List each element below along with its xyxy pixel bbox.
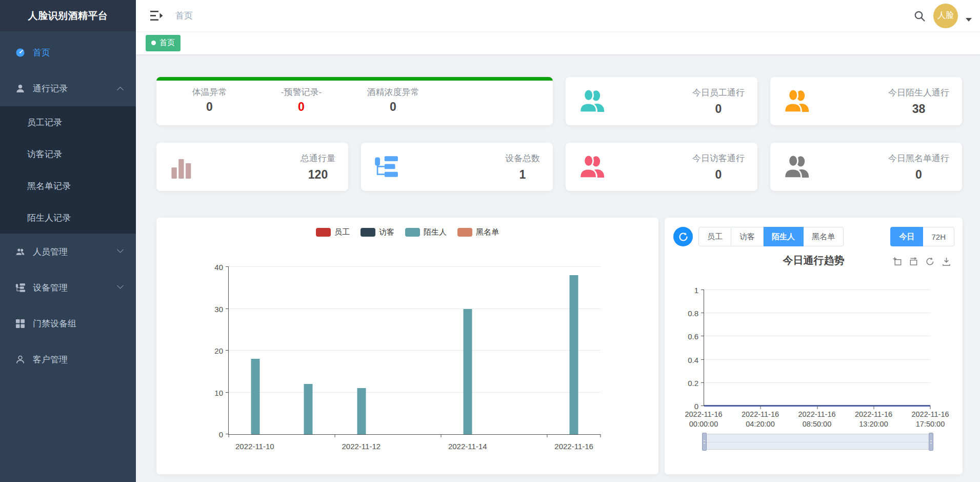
bar-2022-11-11 bbox=[304, 384, 313, 434]
tags-view: 首页 bbox=[136, 31, 980, 55]
card-device-total: 设备总数 1 bbox=[361, 143, 553, 191]
people-icon bbox=[783, 153, 811, 180]
chevron-down-icon bbox=[117, 246, 124, 253]
filter-tab-employee[interactable]: 员工 bbox=[698, 227, 731, 246]
time-tab-72h[interactable]: 72H bbox=[923, 227, 954, 246]
legend-item-stranger[interactable]: 陌生人 bbox=[405, 227, 447, 237]
stat-temperature-abnormal: 体温异常 0 bbox=[164, 81, 255, 114]
active-tag-dot bbox=[151, 41, 156, 45]
pass-records-submenu: 员工记录 访客记录 黑名单记录 陌生人记录 bbox=[0, 106, 136, 234]
search-button[interactable] bbox=[913, 10, 926, 22]
legend-swatch bbox=[457, 228, 472, 237]
grid-icon bbox=[15, 319, 25, 329]
caret-down-icon[interactable] bbox=[966, 18, 972, 22]
sidebar-item-visitor-records[interactable]: 访客记录 bbox=[0, 138, 136, 170]
breadcrumb[interactable]: 首页 bbox=[175, 10, 193, 22]
toolbox-download-icon[interactable] bbox=[942, 257, 951, 266]
chart-legend: 员工 访客 陌生人 黑名单 bbox=[156, 227, 658, 237]
sidebar-menu: 首页 通行记录 员工记录 访客记录 黑名单记录 陌生人记录 人员管理 设备管理 … bbox=[0, 31, 136, 377]
time-tab-today[interactable]: 今日 bbox=[890, 227, 923, 246]
refresh-button[interactable] bbox=[673, 227, 693, 246]
topbar: 首页 人脸 bbox=[136, 0, 980, 31]
people-icon bbox=[578, 153, 606, 180]
tag-home[interactable]: 首页 bbox=[146, 35, 181, 51]
sidebar-item-stranger-records[interactable]: 陌生人记录 bbox=[0, 202, 136, 234]
legend-item-blacklist[interactable]: 黑名单 bbox=[457, 227, 499, 237]
card-today-stranger-pass: 今日陌生人通行 38 bbox=[770, 77, 962, 125]
line-chart-plot: 00.20.40.60.81 bbox=[704, 290, 930, 406]
sidebar: 人脸识别酒精平台 首页 通行记录 员工记录 访客记录 黑名单记录 陌生人记录 人… bbox=[0, 0, 136, 482]
alert-accent-bar bbox=[156, 77, 553, 81]
chevron-down-icon bbox=[117, 282, 124, 288]
chevron-up-icon bbox=[117, 86, 124, 93]
legend-item-visitor[interactable]: 访客 bbox=[361, 227, 394, 237]
search-icon bbox=[913, 10, 926, 22]
bar-chart-xlabels: 2022-11-102022-11-122022-11-142022-11-16 bbox=[228, 442, 601, 454]
tag-label: 首页 bbox=[159, 38, 175, 48]
card-today-visitor-pass: 今日访客通行 0 bbox=[566, 143, 757, 191]
datazoom-slider[interactable] bbox=[704, 434, 932, 450]
chart-toolbox bbox=[892, 257, 951, 266]
page-content: 体温异常 0 -预警记录- 0 酒精浓度异常 0 今日员工通行 bbox=[136, 55, 980, 474]
series-filter-group: 员工 访客 陌生人 黑名单 bbox=[698, 227, 844, 246]
card-today-blacklist-pass: 今日黑名单通行 0 bbox=[770, 143, 962, 191]
sidebar-item-label: 门禁设备组 bbox=[33, 318, 76, 330]
app-title: 人脸识别酒精平台 bbox=[0, 0, 136, 31]
sidebar-item-blacklist-records[interactable]: 黑名单记录 bbox=[0, 170, 136, 202]
toolbox-restore-icon[interactable] bbox=[909, 257, 918, 266]
sidebar-item-label: 首页 bbox=[33, 47, 50, 59]
people-icon bbox=[783, 88, 811, 114]
stat-cards-grid: 体温异常 0 -预警记录- 0 酒精浓度异常 0 今日员工通行 bbox=[156, 77, 980, 191]
sidebar-item-label: 人员管理 bbox=[33, 246, 68, 258]
filter-tab-blacklist[interactable]: 黑名单 bbox=[804, 227, 844, 246]
toolbox-datazoom-icon[interactable] bbox=[892, 257, 902, 266]
hamburger-fold-icon bbox=[150, 10, 163, 21]
sidebar-item-home[interactable]: 首页 bbox=[0, 34, 136, 70]
datazoom-left-handle[interactable] bbox=[702, 433, 707, 451]
sidebar-toggle-button[interactable] bbox=[150, 10, 163, 21]
refresh-icon bbox=[678, 232, 689, 242]
stat-warning-records: -预警记录- 0 bbox=[255, 81, 347, 114]
sidebar-item-personnel-management[interactable]: 人员管理 bbox=[0, 234, 136, 269]
sidebar-item-customer-management[interactable]: 客户管理 bbox=[0, 341, 136, 377]
bar-2022-11-16 bbox=[570, 275, 578, 434]
alert-summary-card: 体温异常 0 -预警记录- 0 酒精浓度异常 0 bbox=[156, 77, 553, 125]
legend-swatch bbox=[361, 228, 375, 237]
trend-panel: 员工 访客 陌生人 黑名单 今日 72H 今日通行趋势 bbox=[665, 218, 963, 474]
tree-icon bbox=[374, 155, 398, 179]
legend-item-employee[interactable]: 员工 bbox=[316, 227, 350, 237]
chart-panels: 员工 访客 陌生人 黑名单 010203040 2022-11-102022-1… bbox=[156, 218, 963, 474]
sidebar-item-device-management[interactable]: 设备管理 bbox=[0, 269, 136, 305]
filter-tab-visitor[interactable]: 访客 bbox=[731, 227, 764, 246]
person-icon bbox=[15, 84, 25, 93]
topbar-right: 人脸 bbox=[913, 4, 972, 28]
person-outline-icon bbox=[15, 355, 25, 364]
time-filter-group: 今日 72H bbox=[890, 227, 954, 246]
sidebar-item-pass-records[interactable]: 通行记录 bbox=[0, 70, 136, 106]
pass-records-bar-chart-panel: 员工 访客 陌生人 黑名单 010203040 2022-11-102022-1… bbox=[156, 218, 658, 474]
sidebar-item-door-device-groups[interactable]: 门禁设备组 bbox=[0, 305, 136, 341]
sidebar-item-employee-records[interactable]: 员工记录 bbox=[0, 106, 136, 138]
trend-controls: 员工 访客 陌生人 黑名单 今日 72H bbox=[673, 227, 954, 246]
filter-tab-stranger[interactable]: 陌生人 bbox=[764, 227, 804, 246]
bar-chart-icon bbox=[169, 155, 194, 179]
toolbox-refresh-icon[interactable] bbox=[925, 257, 935, 266]
datazoom-right-handle[interactable] bbox=[929, 433, 933, 451]
card-total-pass-volume: 总通行量 120 bbox=[156, 143, 348, 191]
people-icon bbox=[15, 247, 25, 257]
legend-swatch bbox=[405, 228, 420, 237]
sidebar-item-label: 通行记录 bbox=[33, 83, 68, 94]
bar-chart-plot: 010203040 bbox=[228, 267, 601, 435]
line-chart-xlabels: 2022-11-1600:00:002022-11-1604:20:002022… bbox=[704, 410, 930, 430]
tree-icon bbox=[15, 283, 25, 293]
bar-2022-11-14 bbox=[464, 309, 472, 435]
alert-stat-value-warning: 0 bbox=[255, 100, 347, 114]
sidebar-item-label: 设备管理 bbox=[33, 282, 68, 294]
avatar[interactable]: 人脸 bbox=[933, 4, 958, 28]
main-area: 首页 人脸 首页 体温异常 0 bbox=[136, 0, 980, 474]
legend-swatch bbox=[316, 228, 331, 237]
card-today-employee-pass: 今日员工通行 0 bbox=[566, 77, 757, 125]
bar-2022-11-12 bbox=[357, 388, 366, 434]
stat-alcohol-abnormal: 酒精浓度异常 0 bbox=[347, 81, 439, 114]
sidebar-item-label: 客户管理 bbox=[33, 354, 68, 365]
